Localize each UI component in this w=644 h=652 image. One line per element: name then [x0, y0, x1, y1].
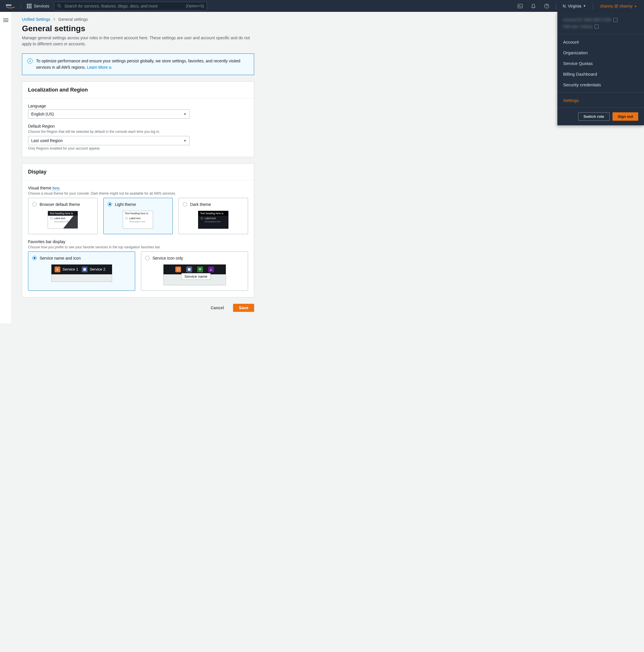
- svg-point-1: [58, 4, 60, 7]
- search-shortcut: [Option+S]: [186, 4, 204, 8]
- copy-icon[interactable]: [614, 19, 617, 22]
- language-select[interactable]: English (US) ▼: [28, 109, 190, 119]
- radio-label: Light theme: [115, 202, 136, 207]
- fav-option-icon-only[interactable]: Service icon only ▢ ▦ ✶ ⌕: [141, 251, 248, 291]
- panel-localization: Localization and Region Language English…: [22, 81, 254, 157]
- service-icon: ⌕: [208, 267, 214, 272]
- caret-up-icon: ▲: [634, 4, 637, 7]
- service-icon: ▦: [82, 267, 87, 272]
- account-selector[interactable]: channy @ channy ▲: [597, 4, 641, 8]
- default-region-hint: Only Regions enabled for your account ap…: [28, 146, 248, 151]
- default-region-label: Default Region: [28, 124, 248, 129]
- account-menu-header: Account ID: 2940-3857-2336 IAM user: cha…: [557, 12, 644, 33]
- copy-icon[interactable]: [595, 25, 599, 29]
- breadcrumb-root[interactable]: Unified Settings: [22, 17, 50, 22]
- menu-item-account[interactable]: Account: [557, 37, 644, 47]
- default-region-desc: Choose the Region that will be selected …: [28, 130, 248, 134]
- fav-option-name-icon[interactable]: Service name and icon λService 1 ▦Servic…: [28, 251, 135, 291]
- page-subtitle: Manage general settings across your role…: [22, 35, 254, 47]
- panel-heading: Localization and Region: [28, 87, 248, 93]
- switch-role-button[interactable]: Switch role: [578, 112, 610, 121]
- menu-item-security[interactable]: Security credentials: [557, 79, 644, 90]
- learn-more-link[interactable]: Learn More ⧉: [87, 65, 111, 70]
- breadcrumb: Unified Settings General settings: [22, 17, 254, 22]
- radio-label: Dark theme: [190, 202, 211, 207]
- favorites-preview: λService 1 ▦Service 2: [32, 265, 131, 282]
- theme-option-default[interactable]: Browser default theme Text heading here …: [28, 198, 98, 234]
- default-region-value: Last used Region: [31, 138, 63, 143]
- language-value: English (US): [31, 112, 54, 116]
- radio-icon: [108, 202, 112, 207]
- info-icon: i: [27, 58, 33, 63]
- favorites-bar-label: Favorites bar display: [28, 239, 248, 244]
- menu-item-settings[interactable]: Settings: [557, 95, 644, 106]
- theme-option-light[interactable]: Light theme Text heading here is Label t…: [103, 198, 173, 234]
- menu-item-organization[interactable]: Organization: [557, 47, 644, 58]
- cloudshell-button[interactable]: [515, 3, 526, 9]
- theme-preview: Text heading here is Label text Descript…: [123, 211, 153, 229]
- search-input[interactable]: [64, 4, 183, 8]
- account-menu: Account ID: 2940-3857-2336 IAM user: cha…: [557, 12, 644, 125]
- theme-preview: Text heading here is Label text Descript…: [48, 211, 78, 229]
- top-navigation: aws Services [Option+S] N. Virginia ▼ ch…: [0, 0, 644, 12]
- cancel-button[interactable]: Cancel: [205, 304, 230, 312]
- sidebar-toggle[interactable]: [0, 12, 11, 323]
- page-title: General settings: [22, 24, 254, 33]
- notifications-button[interactable]: [528, 3, 539, 9]
- language-label: Language: [28, 104, 248, 108]
- search-box[interactable]: [Option+S]: [54, 2, 207, 10]
- visual-theme-desc: Choose a visual theme for your console. …: [28, 191, 248, 195]
- radio-icon: [32, 202, 37, 207]
- save-button[interactable]: Save: [233, 304, 254, 312]
- sign-out-button[interactable]: Sign out: [613, 112, 638, 121]
- service-icon: λ: [55, 267, 60, 272]
- favorites-bar-desc: Choose how you prefer to see your favori…: [28, 245, 248, 249]
- menu-item-billing[interactable]: Billing Dashboard: [557, 69, 644, 79]
- banner-text: To optimize performance and ensure your …: [36, 59, 240, 70]
- service-icon: ✶: [197, 267, 203, 272]
- theme-preview: Text heading here is Label text Descript…: [198, 211, 229, 229]
- services-button[interactable]: Services: [25, 4, 52, 8]
- menu-item-quotas[interactable]: Service Quotas: [557, 58, 644, 69]
- aws-logo[interactable]: aws: [3, 3, 17, 9]
- panel-display: Display Visual theme Beta Choose a visua…: [22, 163, 254, 297]
- favorites-preview: ▢ ▦ ✶ ⌕ Service name: [163, 265, 226, 285]
- svg-line-2: [60, 6, 61, 7]
- account-label: channy @ channy: [600, 4, 633, 8]
- panel-heading: Display: [28, 169, 248, 175]
- tooltip: Service name: [181, 273, 211, 280]
- service-icon: ▦: [186, 267, 192, 272]
- divider: [556, 3, 556, 9]
- caret-down-icon: ▼: [583, 4, 586, 7]
- beta-badge: Beta: [53, 186, 60, 191]
- chevron-right-icon: [53, 18, 55, 21]
- hamburger-icon: [3, 18, 8, 23]
- radio-icon: [32, 256, 37, 260]
- radio-icon: [145, 256, 150, 260]
- action-buttons: Cancel Save: [22, 304, 254, 312]
- radio-label: Service name and icon: [39, 256, 81, 261]
- info-banner: i To optimize performance and ensure you…: [22, 53, 254, 75]
- region-label: N. Virginia: [563, 4, 581, 8]
- default-region-select[interactable]: Last used Region ▼: [28, 136, 190, 145]
- radio-label: Browser default theme: [39, 202, 80, 207]
- service-icon: ▢: [175, 267, 181, 272]
- services-label: Services: [34, 4, 49, 8]
- grid-icon: [27, 4, 31, 8]
- region-selector[interactable]: N. Virginia ▼: [559, 4, 589, 8]
- radio-icon: [183, 202, 187, 207]
- help-button[interactable]: [541, 3, 552, 9]
- theme-option-dark[interactable]: Dark theme Text heading here is Label te…: [179, 198, 248, 234]
- main-content: Unified Settings General settings Genera…: [11, 12, 266, 323]
- search-icon: [57, 4, 61, 8]
- svg-point-6: [546, 7, 547, 7]
- radio-label: Service icon only: [153, 256, 183, 261]
- breadcrumb-current: General settings: [58, 17, 88, 22]
- visual-theme-label: Visual theme Beta: [28, 186, 248, 190]
- caret-down-icon: ▼: [183, 112, 187, 116]
- svg-text:aws: aws: [6, 3, 11, 7]
- caret-down-icon: ▼: [183, 139, 187, 142]
- external-link-icon: ⧉: [109, 65, 111, 70]
